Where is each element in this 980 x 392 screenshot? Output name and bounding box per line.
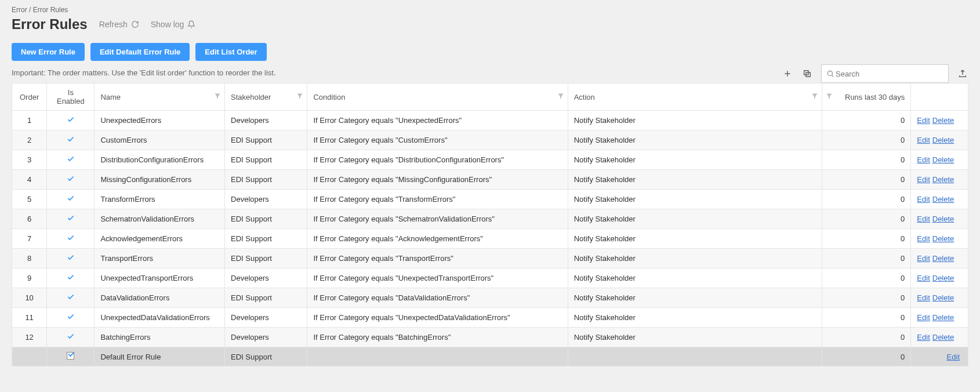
table-row[interactable]: 7AcknowledgementErrorsEDI SupportIf Erro… xyxy=(12,229,968,249)
search-box[interactable] xyxy=(821,64,949,83)
cell-action: Notify Stakeholder xyxy=(568,209,822,229)
table-row[interactable]: 4MissingConfigurationErrorsEDI SupportIf… xyxy=(12,170,968,190)
cell-ops: EditDelete xyxy=(911,328,968,347)
edit-link[interactable]: Edit xyxy=(917,333,930,342)
check-icon xyxy=(67,235,75,244)
delete-link[interactable]: Delete xyxy=(932,215,954,223)
delete-link[interactable]: Delete xyxy=(932,333,954,342)
delete-link[interactable]: Delete xyxy=(932,155,954,164)
table-row[interactable]: 10DataValidationErrorsEDI SupportIf Erro… xyxy=(12,288,968,308)
cell-enabled xyxy=(47,328,95,347)
table-row[interactable]: 9UnexpectedTransportErrorsDevelopersIf E… xyxy=(12,268,968,288)
cell-order: 10 xyxy=(12,288,47,308)
filter-icon[interactable] xyxy=(557,93,564,101)
filter-icon[interactable] xyxy=(214,93,221,101)
edit-link[interactable]: Edit xyxy=(917,293,930,302)
col-stakeholder-header[interactable]: Stakeholder xyxy=(225,84,307,111)
filter-icon[interactable] xyxy=(826,93,833,101)
cell-ops: EditDelete xyxy=(911,249,968,268)
edit-link[interactable]: Edit xyxy=(917,215,930,223)
table-row[interactable]: 1UnexpectedErrorsDevelopersIf Error Cate… xyxy=(12,111,968,130)
refresh-action[interactable]: Refresh xyxy=(99,20,139,29)
bell-icon xyxy=(187,20,195,28)
refresh-label: Refresh xyxy=(99,20,128,29)
cell-action: Notify Stakeholder xyxy=(568,268,822,288)
table-row[interactable]: 12BatchingErrorsDevelopersIf Error Categ… xyxy=(12,328,968,347)
checkbox-icon[interactable] xyxy=(67,352,74,360)
delete-link[interactable]: Delete xyxy=(932,195,954,204)
cell-stakeholder: EDI Support xyxy=(225,130,307,150)
cell-stakeholder: Developers xyxy=(225,328,307,347)
delete-link[interactable]: Delete xyxy=(932,136,954,144)
edit-default-rule-button[interactable]: Edit Default Error Rule xyxy=(90,43,190,61)
cell-condition: If Error Category equals "TransformError… xyxy=(307,190,568,209)
edit-link[interactable]: Edit xyxy=(917,195,930,204)
cell-condition: If Error Category equals "CustomErrors" xyxy=(307,130,568,150)
cell-ops: EditDelete xyxy=(911,229,968,249)
cell-order: 6 xyxy=(12,209,47,229)
cell-enabled xyxy=(47,308,95,328)
delete-link[interactable]: Delete xyxy=(932,274,954,282)
delete-link[interactable]: Delete xyxy=(932,175,954,184)
edit-link[interactable]: Edit xyxy=(917,155,930,164)
cell-runs: 0 xyxy=(822,209,910,229)
edit-link[interactable]: Edit xyxy=(947,353,960,361)
cell-ops: EditDelete xyxy=(911,190,968,209)
search-icon xyxy=(826,70,834,78)
delete-link[interactable]: Delete xyxy=(932,234,954,243)
col-name-header[interactable]: Name xyxy=(95,84,225,111)
edit-link[interactable]: Edit xyxy=(917,116,930,125)
delete-link[interactable]: Delete xyxy=(932,293,954,302)
cell-runs: 0 xyxy=(822,249,910,268)
refresh-icon xyxy=(131,20,139,28)
check-icon xyxy=(67,215,75,224)
table-row[interactable]: 3DistributionConfigurationErrorsEDI Supp… xyxy=(12,150,968,170)
copy-icon[interactable] xyxy=(801,68,813,79)
cell-name: BatchingErrors xyxy=(95,328,225,347)
table-row[interactable]: 11UnexpectedDataValidationErrorsDevelope… xyxy=(12,308,968,328)
add-icon[interactable] xyxy=(782,68,793,79)
edit-link[interactable]: Edit xyxy=(917,136,930,144)
edit-link[interactable]: Edit xyxy=(917,254,930,263)
col-ops-header xyxy=(911,84,968,111)
cell-order: 5 xyxy=(12,190,47,209)
edit-list-order-button[interactable]: Edit List Order xyxy=(195,43,266,61)
cell-stakeholder: EDI Support xyxy=(225,209,307,229)
search-input[interactable] xyxy=(834,69,943,79)
cell-action: Notify Stakeholder xyxy=(568,130,822,150)
delete-link[interactable]: Delete xyxy=(932,116,954,125)
edit-link[interactable]: Edit xyxy=(917,234,930,243)
check-icon xyxy=(67,156,75,165)
edit-link[interactable]: Edit xyxy=(917,175,930,184)
filter-icon[interactable] xyxy=(811,93,818,101)
col-order-header[interactable]: Order xyxy=(12,84,47,111)
table-row-default[interactable]: Default Error RuleEDI Support0Edit xyxy=(12,347,968,366)
filter-icon[interactable] xyxy=(296,93,303,101)
table-row[interactable]: 5TransformErrorsDevelopersIf Error Categ… xyxy=(12,190,968,209)
col-enabled-header[interactable]: Is Enabled xyxy=(47,84,95,111)
cell-name: UnexpectedTransportErrors xyxy=(95,268,225,288)
cell-condition: If Error Category equals "SchematronVali… xyxy=(307,209,568,229)
cell-runs: 0 xyxy=(822,328,910,347)
cell-stakeholder: EDI Support xyxy=(225,229,307,249)
cell-name: TransformErrors xyxy=(95,190,225,209)
col-action-header[interactable]: Action xyxy=(568,84,822,111)
new-error-rule-button[interactable]: New Error Rule xyxy=(12,43,85,61)
table-row[interactable]: 2CustomErrorsEDI SupportIf Error Categor… xyxy=(12,130,968,150)
table-row[interactable]: 8TransportErrorsEDI SupportIf Error Cate… xyxy=(12,249,968,268)
cell-ops: EditDelete xyxy=(911,209,968,229)
col-condition-header[interactable]: Condition xyxy=(307,84,568,111)
export-icon[interactable] xyxy=(957,68,968,79)
edit-link[interactable]: Edit xyxy=(917,274,930,282)
breadcrumb[interactable]: Error / Error Rules xyxy=(12,6,968,14)
edit-link[interactable]: Edit xyxy=(917,313,930,322)
cell-action: Notify Stakeholder xyxy=(568,249,822,268)
table-row[interactable]: 6SchematronValidationErrorsEDI SupportIf… xyxy=(12,209,968,229)
delete-link[interactable]: Delete xyxy=(932,313,954,322)
cell-name: TransportErrors xyxy=(95,249,225,268)
check-icon xyxy=(67,294,75,303)
cell-runs: 0 xyxy=(822,288,910,308)
delete-link[interactable]: Delete xyxy=(932,254,954,263)
show-log-action[interactable]: Show log xyxy=(151,20,196,29)
col-runs-header[interactable]: Runs last 30 days xyxy=(822,84,910,111)
